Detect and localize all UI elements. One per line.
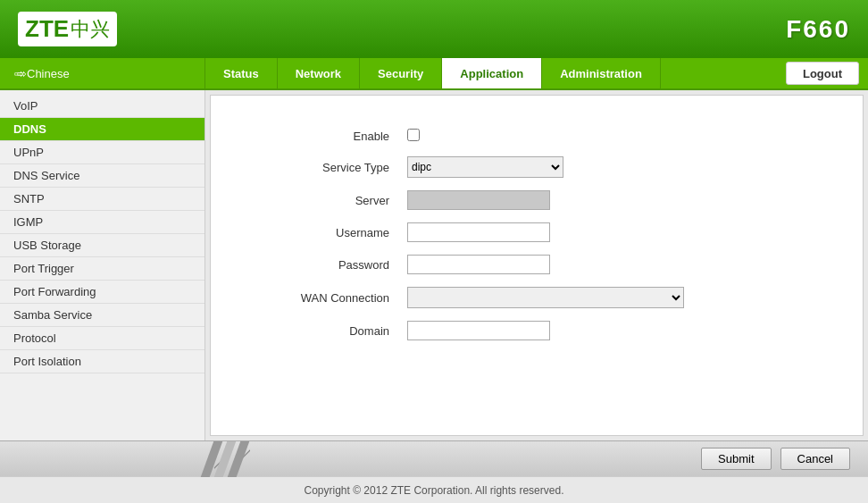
logo: ZTE 中兴 (18, 12, 117, 46)
wan-connection-row: WAN Connection (255, 281, 818, 314)
sidebar-item-voip[interactable]: VoIP (0, 95, 204, 118)
sidebar-item-port-trigger[interactable]: Port Trigger (0, 257, 204, 281)
logo-zte-text: ZTE (25, 15, 69, 43)
footer-bar: Submit Cancel (0, 440, 868, 476)
password-input[interactable] (407, 255, 550, 274)
tab-network[interactable]: Network (278, 58, 360, 88)
enable-label: Enable (255, 122, 398, 150)
navbar: ⇨ ⇨Chinese Status Network Security Appli… (0, 58, 868, 90)
submit-button[interactable]: Submit (701, 448, 771, 470)
cancel-button[interactable]: Cancel (780, 448, 850, 470)
content-panel: Enable Service Type dipc dyndns noip 332… (210, 95, 864, 436)
sidebar-sntp-label: SNTP (13, 192, 45, 205)
submit-label: Submit (718, 452, 754, 465)
server-input[interactable] (407, 190, 550, 210)
service-type-label: Service Type (255, 150, 398, 184)
sidebar-item-protocol[interactable]: Protocol (0, 327, 204, 350)
logo-box: ZTE 中兴 (18, 12, 117, 46)
cancel-label: Cancel (797, 452, 833, 465)
username-row: Username (255, 216, 818, 248)
sidebar-usb-label: USB Storage (13, 239, 81, 252)
sidebar-port-trigger-label: Port Trigger (13, 262, 74, 275)
username-label: Username (255, 216, 398, 248)
tab-security-label: Security (378, 67, 423, 80)
sidebar-port-forwarding-label: Port Forwarding (13, 285, 96, 298)
sidebar-item-usb-storage[interactable]: USB Storage (0, 234, 204, 257)
domain-label: Domain (255, 314, 398, 347)
tab-status[interactable]: Status (205, 58, 278, 88)
logout-label: Logout (803, 67, 842, 80)
tab-administration-label: Administration (560, 67, 642, 80)
enable-checkbox[interactable] (407, 129, 420, 141)
copyright-bar: Copyright © 2012 ZTE Corporation. All ri… (0, 476, 868, 503)
ddns-form: Enable Service Type dipc dyndns noip 332… (255, 122, 818, 347)
sidebar-item-igmp[interactable]: IGMP (0, 211, 204, 234)
sidebar-protocol-label: Protocol (13, 331, 56, 345)
password-row: Password (255, 248, 818, 281)
enable-row: Enable (255, 122, 818, 150)
sidebar-item-samba-service[interactable]: Samba Service (0, 304, 204, 327)
main-container: VoIP DDNS UPnP DNS Service SNTP IGMP USB… (0, 90, 868, 440)
sidebar-ddns-label: DDNS (13, 122, 46, 136)
domain-input[interactable] (407, 321, 550, 340)
sidebar-voip-label: VoIP (13, 99, 38, 113)
sidebar-igmp-label: IGMP (13, 215, 43, 229)
header: ZTE 中兴 F660 (0, 0, 868, 58)
server-row: Server (255, 184, 818, 216)
footer-stripes (207, 441, 252, 477)
service-type-select[interactable]: dipc dyndns noip 3322 (407, 156, 563, 178)
logout-button[interactable]: Logout (786, 62, 859, 85)
wan-connection-select[interactable] (407, 287, 684, 308)
copyright-text: Copyright © 2012 ZTE Corporation. All ri… (305, 484, 564, 497)
sidebar-item-upnp[interactable]: UPnP (0, 141, 204, 164)
logo-chinese-text: 中兴 (71, 16, 110, 43)
sidebar-item-port-forwarding[interactable]: Port Forwarding (0, 281, 204, 304)
password-label: Password (255, 248, 398, 281)
sidebar-samba-label: Samba Service (13, 308, 92, 322)
language-label: ⇨Chinese (17, 67, 70, 80)
tab-application[interactable]: Application (442, 58, 542, 88)
sidebar-port-isolation-label: Port Isolation (13, 355, 81, 368)
model-name: F660 (786, 15, 850, 44)
service-type-row: Service Type dipc dyndns noip 3322 (255, 150, 818, 184)
domain-row: Domain (255, 314, 818, 347)
sidebar-item-ddns[interactable]: DDNS (0, 118, 204, 141)
tab-administration[interactable]: Administration (542, 58, 661, 88)
sidebar-item-sntp[interactable]: SNTP (0, 188, 204, 211)
tab-security[interactable]: Security (360, 58, 442, 88)
sidebar-item-port-isolation[interactable]: Port Isolation (0, 350, 204, 373)
tab-application-label: Application (460, 67, 523, 80)
sidebar-item-dns-service[interactable]: DNS Service (0, 164, 204, 188)
server-label: Server (255, 184, 398, 216)
sidebar-upnp-label: UPnP (13, 146, 44, 159)
username-input[interactable] (407, 222, 550, 242)
tab-network-label: Network (296, 67, 341, 80)
tab-status-label: Status (223, 67, 259, 80)
sidebar-dns-label: DNS Service (13, 169, 79, 182)
language-selector[interactable]: ⇨ ⇨Chinese (0, 58, 205, 88)
sidebar: VoIP DDNS UPnP DNS Service SNTP IGMP USB… (0, 90, 205, 440)
wan-connection-label: WAN Connection (255, 281, 398, 314)
